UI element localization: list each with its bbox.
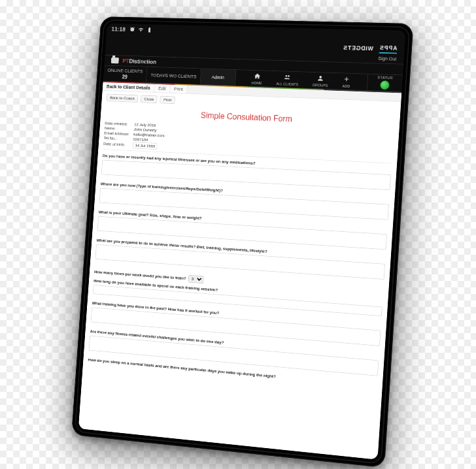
status-clock: 11:18 [111,26,126,33]
crumb-print[interactable]: Print [170,85,188,93]
nav-clients-count: 29 [107,74,143,80]
nav-groups-label: GROUPS [313,83,328,87]
app-brand: PTDistinction [122,58,156,65]
nav-tile-admin[interactable]: Admin [200,69,236,86]
nav-clients[interactable]: ALL CLIENTS [276,73,299,86]
crumb-edit[interactable]: Edit [154,84,171,93]
nav-tile-label: TODAYS WO CLIENTS [150,73,196,79]
nav-tile-today[interactable]: TODAYS WO CLIENTS [146,67,201,84]
q5-select[interactable]: 3 [188,275,203,283]
group-icon [316,74,324,82]
nav-add-label: ADD [342,84,350,88]
battery-icon [146,27,152,33]
dob-value: 14 Jul 1989 [133,142,158,150]
product-stage: 11:18 [0,0,476,469]
tablet-device: 11:18 [71,16,413,468]
close-button[interactable]: Close [141,95,158,103]
launcher-widgets[interactable]: WIDGETS [343,44,373,52]
print-button[interactable]: Print [160,96,175,104]
nav-tile-label: Admin [205,74,231,80]
home-icon [254,73,261,80]
nav-tile-online-clients[interactable]: ONLINE CLIENTS 29 [103,65,148,82]
sign-out-link[interactable]: Sign Out [378,56,397,62]
people-icon [284,73,292,81]
alarm-icon [129,26,135,32]
content: Back to Coach Close Print Simple Consult… [78,91,401,460]
camera-icon[interactable] [111,57,119,63]
back-to-coach-button[interactable]: Back to Coach [107,94,139,103]
brand-rest: Distinction [129,58,156,65]
nav-home[interactable]: HOME [252,73,263,85]
nav-groups[interactable]: GROUPS [313,74,329,88]
nav-add[interactable]: ADD [342,75,350,88]
nav-status[interactable]: STATUS [367,74,403,91]
nav-status-label: STATUS [377,76,393,80]
launcher-apps[interactable]: APPS [379,44,398,54]
nav-home-label: HOME [252,81,262,85]
tablet-screen: 11:18 [78,24,406,460]
dob-label: Date of birth: [103,142,130,148]
nav-tile-label: ONLINE CLIENTS [107,68,143,74]
wifi-icon [138,27,144,33]
nav-clients-label: ALL CLIENTS [276,82,298,86]
status-dot-icon [380,80,390,90]
plus-icon [343,75,350,83]
tel-value: 0267154 [133,137,148,142]
